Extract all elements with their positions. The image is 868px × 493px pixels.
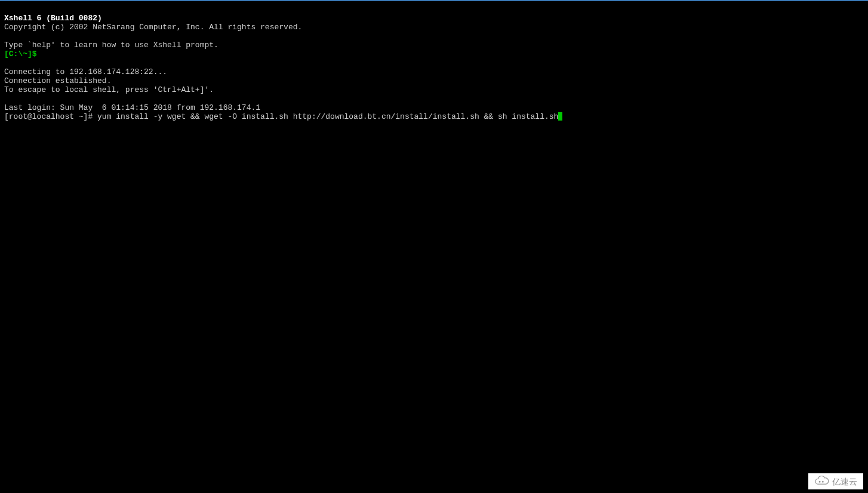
watermark-badge: 亿速云 bbox=[808, 473, 863, 489]
local-prompt: [C:\~]$ bbox=[4, 50, 37, 58]
connecting-line: Connecting to 192.168.174.128:22... bbox=[4, 67, 167, 76]
watermark-text: 亿速云 bbox=[832, 477, 857, 486]
svg-point-0 bbox=[819, 481, 821, 483]
banner-title: Xshell 6 (Build 0082) bbox=[4, 14, 102, 23]
svg-point-1 bbox=[822, 481, 824, 483]
cloud-icon bbox=[814, 476, 830, 488]
terminal-output[interactable]: Xshell 6 (Build 0082) Copyright (c) 2002… bbox=[0, 1, 868, 125]
cursor-icon bbox=[558, 112, 562, 121]
established-line: Connection established. bbox=[4, 76, 111, 85]
copyright-line: Copyright (c) 2002 NetSarang Computer, I… bbox=[4, 23, 302, 32]
shell-prompt: [root@localhost ~]# bbox=[4, 112, 97, 121]
help-hint: Type `help' to learn how to use Xshell p… bbox=[4, 41, 218, 50]
escape-hint: To escape to local shell, press 'Ctrl+Al… bbox=[4, 85, 214, 94]
command-input[interactable]: yum install -y wget && wget -O install.s… bbox=[97, 112, 558, 121]
last-login: Last login: Sun May 6 01:14:15 2018 from… bbox=[4, 103, 260, 112]
